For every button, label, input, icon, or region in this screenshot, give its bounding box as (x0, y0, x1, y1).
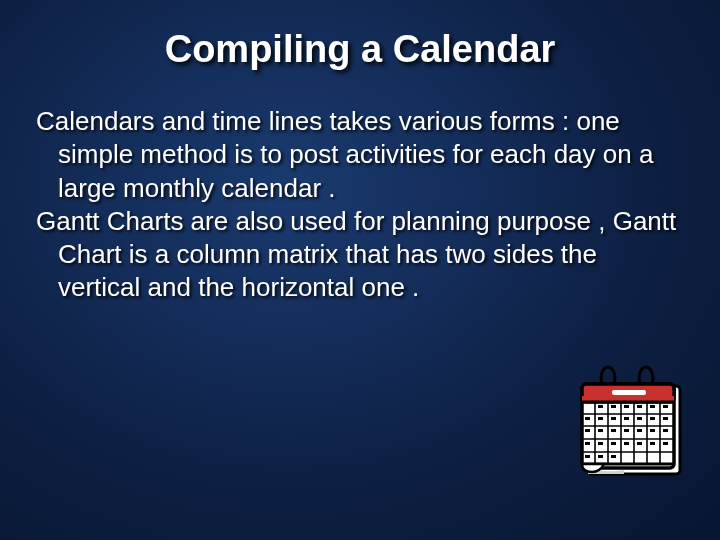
slide-title: Compiling a Calendar (36, 28, 684, 71)
svg-rect-32 (585, 429, 590, 432)
svg-rect-7 (612, 390, 646, 395)
svg-rect-48 (611, 455, 616, 458)
svg-rect-43 (637, 442, 642, 445)
svg-rect-19 (598, 405, 603, 408)
svg-rect-20 (611, 405, 616, 408)
svg-rect-23 (650, 405, 655, 408)
svg-rect-36 (637, 429, 642, 432)
svg-rect-28 (624, 417, 629, 420)
svg-rect-34 (611, 429, 616, 432)
svg-rect-44 (650, 442, 655, 445)
svg-rect-31 (663, 417, 668, 420)
svg-rect-35 (624, 429, 629, 432)
svg-rect-29 (637, 417, 642, 420)
svg-rect-47 (598, 455, 603, 458)
svg-rect-38 (663, 429, 668, 432)
svg-rect-24 (663, 405, 668, 408)
svg-rect-40 (598, 442, 603, 445)
svg-rect-45 (663, 442, 668, 445)
svg-rect-46 (585, 455, 590, 458)
svg-rect-41 (611, 442, 616, 445)
svg-rect-42 (624, 442, 629, 445)
svg-rect-22 (637, 405, 642, 408)
svg-rect-33 (598, 429, 603, 432)
svg-rect-37 (650, 429, 655, 432)
svg-rect-27 (611, 417, 616, 420)
svg-rect-21 (624, 405, 629, 408)
paragraph-1: Calendars and time lines takes various f… (36, 105, 684, 205)
svg-rect-30 (650, 417, 655, 420)
svg-rect-39 (585, 442, 590, 445)
paragraph-2: Gantt Charts are also used for planning … (36, 205, 684, 305)
slide-body: Calendars and time lines takes various f… (36, 105, 684, 305)
presentation-slide: Compiling a Calendar Calendars and time … (0, 0, 720, 540)
svg-rect-25 (585, 417, 590, 420)
calendar-icon (568, 364, 688, 482)
svg-rect-26 (598, 417, 603, 420)
